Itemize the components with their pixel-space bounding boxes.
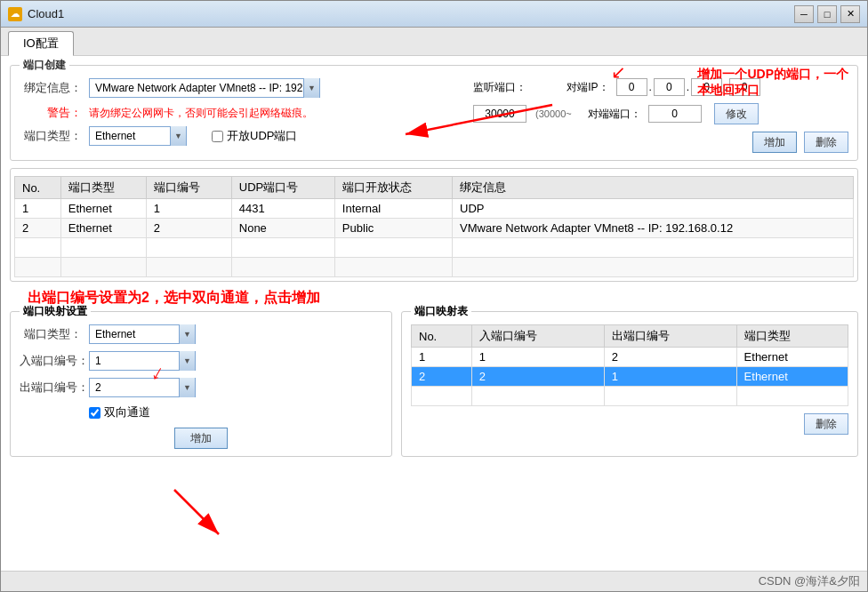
listen-hint-text: (30000~ xyxy=(535,108,572,119)
out-port-label: 出端口编号： xyxy=(20,380,82,396)
bind-dropdown-arrow[interactable] xyxy=(303,78,319,98)
bind-dropdown[interactable]: VMware Network Adapter VMnet8 -- IP: 192… xyxy=(89,78,320,98)
tab-bar: IO配置 xyxy=(1,28,867,56)
footer: CSDN @海洋&夕阳 xyxy=(1,571,867,591)
mapping-type-label: 端口类型： xyxy=(20,326,82,342)
out-port-dropdown[interactable]: 2 xyxy=(89,378,196,397)
map-cell-in: 2 xyxy=(471,367,604,387)
table-row[interactable]: 1 Ethernet 1 4431 Internal UDP xyxy=(15,199,854,219)
window-title: Cloud1 xyxy=(28,7,64,20)
col-type: 端口类型 xyxy=(60,177,146,199)
port-type-label: 端口类型： xyxy=(20,128,82,144)
port-table: No. 端口类型 端口编号 UDP端口号 端口开放状态 绑定信息 1 Ether… xyxy=(14,176,854,277)
mapping-add-row: 增加 xyxy=(20,428,382,449)
delete-button[interactable]: 删除 xyxy=(804,132,848,153)
mapping-type-row: 端口类型： Ethernet xyxy=(20,324,382,344)
in-port-arrow[interactable] xyxy=(179,351,195,371)
map-col-out: 出端口编号 xyxy=(604,325,736,348)
map-cell-type: Ethernet xyxy=(736,367,848,387)
cell-num: 2 xyxy=(146,219,231,238)
modify-button[interactable]: 修改 xyxy=(714,103,759,124)
remote-ip-label: 对端IP： xyxy=(567,80,608,95)
mapping-type-dropdown[interactable]: Ethernet xyxy=(89,324,196,344)
col-bind: 绑定信息 xyxy=(453,177,854,199)
port-type-value: Ethernet xyxy=(90,130,170,142)
port-type-arrow[interactable] xyxy=(170,126,186,146)
col-num: 端口编号 xyxy=(146,177,231,199)
port-mapping-section: 端口映射设置 端口类型： Ethernet 入端口编号： 1 xyxy=(10,311,392,457)
map-col-no: No. xyxy=(412,325,472,348)
map-col-type: 端口类型 xyxy=(736,325,848,348)
map-delete-button[interactable]: 删除 xyxy=(804,413,848,435)
port-mapping-table: No. 入端口编号 出端口编号 端口类型 1 1 2 Ethernet xyxy=(411,324,848,406)
listen-hint xyxy=(534,82,542,92)
udp-checkbox[interactable] xyxy=(212,131,223,142)
in-port-row: 入端口编号： 1 xyxy=(20,351,382,371)
warning-row: 警告： 请勿绑定公网网卡，否则可能会引起网络磁痕。 xyxy=(20,105,455,121)
listen-port-label: 监听端口： xyxy=(473,80,526,95)
map-cell-type: Ethernet xyxy=(736,348,848,367)
right-panel: 监听端口： 对端IP： . . . xyxy=(464,78,848,153)
in-port-dropdown[interactable]: 1 xyxy=(89,351,196,371)
bidirectional-checkbox[interactable] xyxy=(89,407,100,419)
bidirectional-label: 双向通道 xyxy=(104,404,150,420)
warning-label: 警告： xyxy=(20,105,82,121)
cell-udp: 4431 xyxy=(231,199,334,219)
bind-label: 绑定信息： xyxy=(20,80,82,96)
port-mapping-title: 端口映射设置 xyxy=(20,304,91,319)
cell-status: Internal xyxy=(334,199,452,219)
warning-text: 请勿绑定公网网卡，否则可能会引起网络磁痕。 xyxy=(89,106,313,121)
cell-bind: UDP xyxy=(453,199,854,219)
listen-port-input[interactable] xyxy=(473,105,526,123)
table-row[interactable]: 2 Ethernet 2 None Public VMware Network … xyxy=(15,219,854,238)
col-udp: UDP端口号 xyxy=(231,177,334,199)
port-creation-section: 端口创建 绑定信息： VMware Network Adapter VMnet8… xyxy=(10,65,858,161)
footer-text: CSDN @海洋&夕阳 xyxy=(759,574,860,588)
out-port-arrow[interactable] xyxy=(179,378,195,397)
cell-bind: VMware Network Adapter VMnet8 -- IP: 192… xyxy=(453,219,854,238)
out-port-row: 出端口编号： 2 xyxy=(20,378,382,397)
title-controls: ─ □ ✕ xyxy=(794,5,860,23)
map-empty-row xyxy=(412,387,848,406)
port-mapping-table-title: 端口映射表 xyxy=(411,304,471,319)
minimize-button[interactable]: ─ xyxy=(794,5,814,23)
table-empty-row xyxy=(15,258,854,277)
port-mapping-table-section: 端口映射表 No. 入端口编号 出端口编号 端口类型 1 xyxy=(401,311,858,457)
cell-status: Public xyxy=(334,219,452,238)
remote-ip-3[interactable] xyxy=(729,78,760,96)
title-bar: ☁ Cloud1 ─ □ ✕ xyxy=(1,1,867,28)
col-no: No. xyxy=(15,177,61,199)
tab-io-config[interactable]: IO配置 xyxy=(8,31,74,56)
map-delete-row: 删除 xyxy=(411,413,848,435)
remote-port-label: 对端端口： xyxy=(588,107,641,122)
close-button[interactable]: ✕ xyxy=(840,5,860,23)
udp-label: 开放UDP端口 xyxy=(227,128,297,144)
map-col-in: 入端口编号 xyxy=(471,325,604,348)
bind-info-row: 绑定信息： VMware Network Adapter VMnet8 -- I… xyxy=(20,78,455,98)
remote-ip-0[interactable] xyxy=(616,78,647,96)
title-bar-left: ☁ Cloud1 xyxy=(8,7,64,21)
cell-no: 2 xyxy=(15,219,61,238)
remote-port-input[interactable] xyxy=(648,105,702,123)
app-icon: ☁ xyxy=(8,7,22,21)
mapping-add-button[interactable]: 增加 xyxy=(174,428,228,449)
bidirectional-row: 双向通道 xyxy=(89,404,382,420)
maximize-button[interactable]: □ xyxy=(817,5,837,23)
mapping-type-arrow[interactable] xyxy=(179,324,195,344)
remote-ip-group: . . . xyxy=(616,78,760,96)
remote-ip-1[interactable] xyxy=(654,78,685,96)
main-content: 端口创建 绑定信息： VMware Network Adapter VMnet8… xyxy=(1,56,867,571)
cell-num: 1 xyxy=(146,199,231,219)
in-port-label: 入端口编号： xyxy=(20,353,82,369)
cell-no: 1 xyxy=(15,199,61,219)
add-button[interactable]: 增加 xyxy=(752,132,797,153)
map-table-row[interactable]: 1 1 2 Ethernet xyxy=(412,348,848,367)
table-empty-row xyxy=(15,238,854,258)
port-creation-title: 端口创建 xyxy=(20,58,69,73)
bind-value: VMware Network Adapter VMnet8 -- IP: 192… xyxy=(90,82,303,94)
map-table-row-selected[interactable]: 2 2 1 Ethernet xyxy=(412,367,848,387)
remote-ip-2[interactable] xyxy=(691,78,722,96)
port-type-dropdown[interactable]: Ethernet xyxy=(89,126,187,146)
map-cell-in: 1 xyxy=(471,348,604,367)
listen-port-row: 监听端口： 对端IP： . . . xyxy=(473,78,848,96)
